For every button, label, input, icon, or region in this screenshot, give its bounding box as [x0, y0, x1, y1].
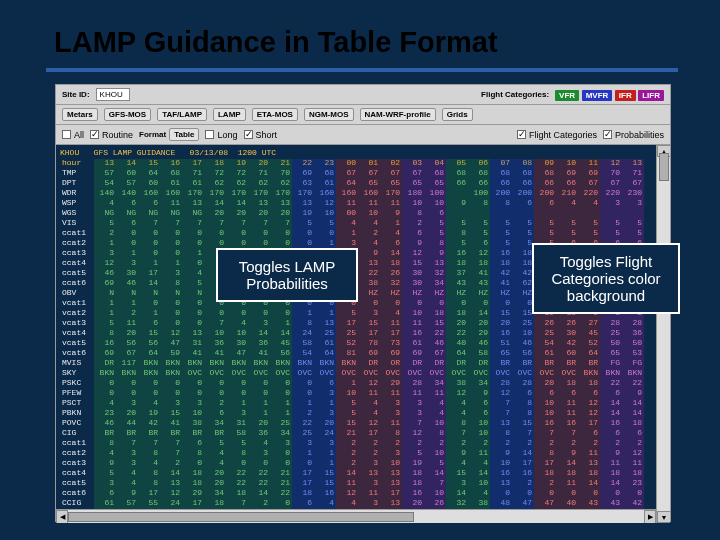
scroll-left-icon[interactable]: [56, 510, 68, 523]
row-label: ccat1: [60, 438, 94, 448]
horizontal-scrollbar[interactable]: [56, 509, 656, 523]
short-checkbox[interactable]: [244, 130, 253, 139]
row-label: ccat2: [60, 448, 94, 458]
flight-categories-toggle-label: Flight Categories: [529, 130, 597, 140]
filter-bar: All Routine Format Table Long Short Flig…: [56, 125, 670, 145]
row-label: vcat6: [60, 348, 94, 358]
tab-taf-lamp[interactable]: TAF/LAMP: [157, 108, 207, 121]
tab-gfs-mos[interactable]: GFS-MOS: [104, 108, 151, 121]
tab-metars[interactable]: Metars: [62, 108, 98, 121]
row-label: PSKC: [60, 378, 94, 388]
category-stripe-vfr: [94, 159, 292, 509]
vertical-scroll-thumb[interactable]: [659, 153, 669, 181]
row-label: vcat2: [60, 308, 94, 318]
scroll-down-icon[interactable]: [657, 511, 670, 523]
row-label: SKY: [60, 368, 94, 378]
row-label: PSCT: [60, 398, 94, 408]
row-label: vcat4: [60, 328, 94, 338]
row-label: ccat1: [60, 228, 94, 238]
flight-category-chip-lifr: LIFR: [638, 90, 664, 101]
row-label: ccat6: [60, 488, 94, 498]
row-label: ccat2: [60, 238, 94, 248]
horizontal-scroll-thumb[interactable]: [68, 512, 414, 522]
row-label: vcat1: [60, 298, 94, 308]
flight-category-chip-ifr: IFR: [615, 90, 636, 101]
flight-category-chip-vfr: VFR: [555, 90, 579, 101]
row-label: VIS: [60, 218, 94, 228]
flight-categories-label: Flight Categories:: [481, 90, 549, 99]
category-stripe-lifr: [402, 159, 446, 509]
row-label: DPT: [60, 178, 94, 188]
row-label: PBKN: [60, 408, 94, 418]
flight-category-chip-mvfr: MVFR: [582, 90, 613, 101]
row-label: WSP: [60, 198, 94, 208]
category-stripe-ifr: [534, 159, 600, 509]
row-label: WDR: [60, 188, 94, 198]
row-label: hour: [60, 158, 94, 168]
site-id-input[interactable]: KHOU: [96, 88, 130, 101]
tab-nam-wrf-profile[interactable]: NAM-WRF-profile: [360, 108, 436, 121]
all-label: All: [74, 130, 84, 140]
row-label: ccat5: [60, 268, 94, 278]
probabilities-checkbox[interactable]: [603, 130, 612, 139]
row-label: ccat3: [60, 458, 94, 468]
guidance-header: KHOU GFS LAMP GUIDANCE 03/13/08 1200 UTC: [60, 148, 652, 158]
tab-eta-mos[interactable]: ETA-MOS: [252, 108, 298, 121]
flight-categories-checkbox[interactable]: [517, 130, 526, 139]
long-checkbox[interactable]: [205, 130, 214, 139]
row-label: ccat6: [60, 278, 94, 288]
short-label: Short: [256, 130, 278, 140]
row-label: PFEW: [60, 388, 94, 398]
row-label: ccat5: [60, 478, 94, 488]
routine-checkbox[interactable]: [90, 130, 99, 139]
row-label: OBV: [60, 288, 94, 298]
format-label: Format: [139, 130, 166, 139]
row-label: ccat3: [60, 248, 94, 258]
tab-lamp[interactable]: LAMP: [213, 108, 246, 121]
row-label: vcat3: [60, 318, 94, 328]
page-title: LAMP Guidance in Table Format: [54, 26, 498, 59]
site-id-label: Site ID:: [62, 90, 90, 99]
row-label: ccat4: [60, 258, 94, 268]
callout-categories: Toggles Flight Categories color backgrou…: [532, 243, 680, 314]
scroll-right-icon[interactable]: [644, 510, 656, 523]
probabilities-toggle-label: Probabilities: [615, 130, 664, 140]
routine-label: Routine: [102, 130, 133, 140]
row-label: CCIG: [60, 498, 94, 508]
title-underline: [46, 68, 678, 72]
all-checkbox[interactable]: [62, 130, 71, 139]
top-bar: Site ID: KHOU Flight Categories: VFR MVF…: [56, 85, 670, 105]
row-label: ccat4: [60, 468, 94, 478]
category-stripe-lifr: [600, 159, 644, 509]
vertical-scrollbar[interactable]: [656, 145, 670, 523]
category-stripe-mvfr: [292, 159, 336, 509]
row-label: vcat5: [60, 338, 94, 348]
long-label: Long: [217, 130, 237, 140]
callout-probabilities: Toggles LAMP Probabilities: [216, 248, 358, 302]
row-label: POVC: [60, 418, 94, 428]
product-tabs: MetarsGFS-MOSTAF/LAMPLAMPETA-MOSNGM-MOSN…: [56, 105, 670, 125]
row-label: TMP: [60, 168, 94, 178]
format-select[interactable]: Table: [169, 128, 199, 141]
row-label: CIG: [60, 428, 94, 438]
category-stripe-mvfr: [490, 159, 534, 509]
row-label: MVIS: [60, 358, 94, 368]
row-label: WGS: [60, 208, 94, 218]
tab-grids[interactable]: Grids: [442, 108, 473, 121]
tab-ngm-mos[interactable]: NGM-MOS: [304, 108, 354, 121]
guidance-table: KHOU GFS LAMP GUIDANCE 03/13/08 1200 UTC…: [56, 145, 670, 523]
category-stripe-vfr: [446, 159, 490, 509]
category-stripe-ifr: [336, 159, 402, 509]
